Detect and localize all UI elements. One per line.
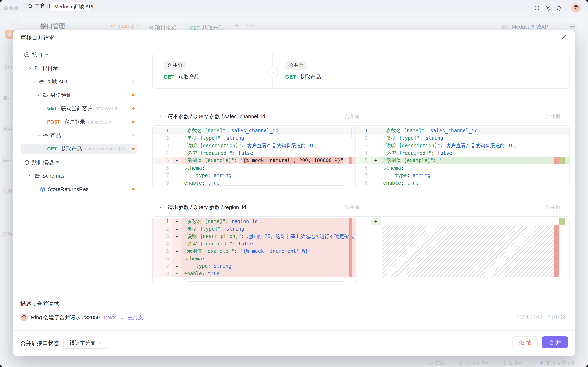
line-number: 2 — [153, 134, 172, 142]
tree-item-label: 商城 API — [46, 78, 67, 85]
caret-down-icon[interactable] — [45, 54, 48, 56]
code-line: 5-"示例值 [example]": "{% mock 'increment' … — [153, 248, 355, 255]
vertical-scrollbar-thumb[interactable] — [351, 128, 352, 137]
before-label: 合并前 — [345, 113, 359, 120]
tree-item-label: 接口 — [32, 51, 43, 58]
code-content: "类型 [type]": string — [381, 134, 569, 142]
tree-item-label: 根目录 — [42, 65, 58, 72]
tree-item-Schemas[interactable]: Schemas — [13, 169, 144, 183]
chevron-down-icon[interactable] — [37, 133, 40, 137]
diff-section: 请求参数 / Query 参数 / region_id合并前合并后1-"参数名 … — [152, 201, 570, 284]
diff-section-header[interactable]: 请求参数 / Query 参数 / sales_channel_id合并前合并后 — [152, 110, 570, 123]
chevron-down-icon[interactable] — [159, 114, 163, 118]
compare-after-pane: 合并后 GET 获取产品 — [273, 54, 569, 88]
tree-item-获取产品[interactable]: GET获取产品/store/products/{id} — [13, 142, 144, 156]
arrow-right-circle-icon: → — [268, 67, 278, 77]
diff-minimap-marker — [559, 218, 565, 225]
line-number: 8 — [153, 270, 172, 277]
chevron-down-icon[interactable] — [29, 174, 32, 178]
chevron-down-icon[interactable] — [33, 80, 36, 83]
close-icon — [562, 34, 567, 40]
empty-region-hatch — [381, 226, 554, 277]
line-number: 5 — [356, 157, 371, 164]
diff-marker: + — [371, 157, 381, 164]
change-indicator-dot — [132, 94, 135, 96]
tree-item-获取当前客户[interactable]: GET获取当前客户/store/auth — [13, 102, 144, 115]
code-line: 3-"说明 [description]": 地区的 ID。这对于基于所选地区进行… — [153, 233, 355, 240]
tree-item-根目录[interactable]: 根目录 — [13, 61, 144, 75]
code-line: 4"必需 [required]": false — [356, 150, 569, 157]
line-number: 7 — [356, 172, 371, 179]
window-tab-title: Medusa 商城 API — [54, 3, 94, 10]
modal-close-button[interactable] — [560, 33, 568, 41]
window-titlebar: 主窗口 Medusa 商城 API — [0, 0, 588, 11]
caret-down-icon[interactable] — [56, 161, 59, 163]
diff-minimap-marker — [349, 157, 352, 164]
code-content: "必需 [required]": false — [381, 150, 569, 157]
diff-card: 1"参数名 [name]": sales_channel_id2"类型 [typ… — [152, 125, 570, 187]
diff-section-header[interactable]: 请求参数 / Query 参数 / region_id合并前合并后 — [152, 201, 570, 213]
refresh-icon — [534, 5, 540, 11]
after-label: 合并后 — [545, 113, 560, 120]
code-line: 7 type: string — [356, 172, 569, 179]
compare-before-pane: 合并前 GET 获取产品 — [153, 54, 273, 88]
code-line: 1"参数名 [name]": sales_channel_id — [356, 127, 569, 134]
chevron-down-icon[interactable] — [29, 66, 32, 70]
settings-button[interactable] — [545, 5, 552, 11]
user-avatar[interactable] — [571, 3, 581, 13]
folder-icon — [43, 92, 48, 98]
horizontal-scrollbar-thumb[interactable] — [188, 185, 345, 186]
endpoint-path: /store/auth — [95, 106, 119, 111]
diff-marker: - — [172, 255, 182, 263]
code-content: "说明 [description]": 地区的 ID。这对于基于所选地区进行准确… — [182, 233, 355, 240]
tree-item-身份验证[interactable]: 身份验证 — [13, 88, 144, 102]
horizontal-scrollbar-thumb[interactable] — [188, 281, 345, 282]
code-line: 3"说明 [description]": 客户查看产品的销售渠道的 ID。 — [356, 142, 569, 150]
reject-button[interactable]: 拒 绝 — [512, 336, 538, 348]
model-icon — [24, 160, 30, 165]
window-minimize-button[interactable] — [9, 6, 13, 10]
chevron-down-icon[interactable] — [37, 93, 40, 97]
line-number: 7 — [153, 172, 172, 179]
tree-item-商城 API[interactable]: 商城 API — [13, 75, 144, 88]
window-tab-medusa[interactable]: Medusa 商城 API — [50, 2, 89, 11]
code-content: "必需 [required]": false — [182, 150, 355, 157]
line-number: 5 — [153, 157, 172, 164]
code-content: enable: true — [182, 270, 355, 277]
tree-item-数据模型[interactable]: 数据模型 — [13, 156, 144, 169]
status-after-merge-label: 合并后接口状态 — [20, 340, 59, 347]
window-close-button[interactable] — [4, 6, 8, 10]
diff-marker: - — [172, 262, 182, 270]
chevron-down-icon[interactable] — [159, 205, 163, 209]
status-select[interactable]: 跟随主分支 — [63, 337, 108, 349]
tree-item-产品[interactable]: 产品 — [13, 129, 144, 142]
description-label: 描述：合并请求 — [20, 300, 59, 308]
diff-marker: - — [172, 240, 182, 248]
merge-button[interactable]: 合 并 — [542, 336, 568, 348]
modal-title: 审核合并请求 — [20, 34, 55, 42]
source-branch-link[interactable]: 12w2 — [103, 314, 116, 321]
window-zoom-button[interactable] — [14, 6, 18, 10]
diff-marker: - — [172, 157, 182, 164]
code-line: 7 type: string — [153, 172, 355, 179]
tree-item-label: StoreReturnsRes — [48, 186, 88, 192]
code-content: "参数名 [name]": region_id — [182, 218, 355, 225]
tree-item-StoreReturnsRes[interactable]: StoreReturnsRes — [13, 183, 144, 196]
diff-section: 请求参数 / Query 参数 / sales_channel_id合并前合并后… — [152, 110, 570, 187]
notifications-button[interactable] — [556, 5, 562, 11]
sync-button[interactable] — [534, 5, 540, 11]
code-line: + — [356, 218, 569, 225]
code-content: type: string — [381, 172, 569, 179]
code-line: 5+"示例值 [example]": "" — [356, 157, 569, 164]
tree-item-客户登录[interactable]: POST客户登录/store/auth — [13, 115, 144, 129]
titlebar-divider — [47, 3, 48, 8]
change-indicator-dot — [132, 80, 135, 83]
status-select-value: 跟随主分支 — [69, 339, 96, 346]
target-branch-link[interactable]: 主分支 — [128, 314, 144, 321]
method-badge: GET — [47, 146, 57, 152]
tree-item-接口[interactable]: 接口 — [13, 48, 144, 61]
diff-marker: - — [172, 248, 182, 255]
endpoint-name: 获取产品 — [300, 73, 321, 81]
code-line: 6schema: — [153, 164, 355, 172]
arrow-icon: → — [119, 314, 124, 321]
